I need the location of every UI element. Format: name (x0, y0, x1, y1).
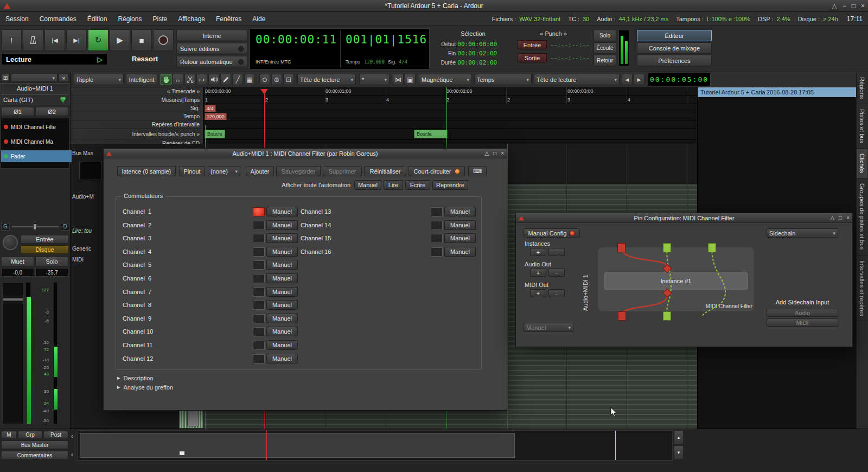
gain-fader[interactable] (2, 282, 24, 424)
channel-4-toggle[interactable] (253, 247, 265, 257)
solo-button[interactable]: Solo (593, 30, 616, 41)
session-summary[interactable] (77, 430, 673, 461)
latency-button[interactable]: latence (0 sample) (117, 166, 176, 176)
processor-fader[interactable]: Fader (1, 150, 72, 162)
pin-dialog-titlebar[interactable]: Pin Configuration: MIDI Channel Filter △… (516, 213, 852, 223)
disk-button[interactable]: Disque (21, 245, 69, 254)
next-marker-button[interactable]: ▶ (634, 74, 644, 85)
mixer-window-button[interactable]: Console de mixage (637, 42, 712, 54)
mode-dropdown[interactable]: Manuel▾ (524, 323, 573, 332)
input-pin-audio-1[interactable] (663, 243, 671, 252)
channel-12-auto-button[interactable]: Manuel (266, 354, 298, 363)
processor-midi-map[interactable]: MIDI Channel Ma (1, 136, 72, 148)
channel-5-toggle[interactable] (253, 260, 265, 270)
punch-in-clock[interactable]: --:--:--:-- (550, 41, 590, 48)
preset-delete-button[interactable]: Supprimer (323, 166, 362, 176)
timecode-clock[interactable]: 00:00:00:11 (256, 33, 337, 46)
strip2-name-fragment[interactable]: Bus Mas (72, 150, 93, 156)
channel-13-auto-button[interactable]: Manuel (444, 207, 476, 216)
channel-16-auto-button[interactable]: Manuel (444, 247, 476, 257)
snapshot-row[interactable]: Tutoriel Ardour 5 + Carla 2016-08-20 17:… (698, 87, 856, 97)
tempo-marker[interactable]: 120,000 (205, 113, 227, 120)
processor-midi-filter[interactable]: MIDI Channel Filte (1, 121, 72, 133)
audio-out-plus-button[interactable]: + (530, 269, 546, 277)
bars-ruler[interactable]: 1 2 3 4 2 2 3 4 (203, 96, 697, 104)
strip2-route-fragment[interactable]: Audio+M (72, 194, 94, 200)
metering-point-button[interactable]: M (1, 431, 17, 439)
menu-edition[interactable]: Édition (87, 15, 107, 23)
channel-10-auto-button[interactable]: Manuel (266, 327, 298, 336)
play-button[interactable]: ▶ (110, 29, 130, 51)
sig-value[interactable]: 4/4 (399, 59, 407, 65)
sidechain-audio-button[interactable]: Audio (767, 309, 838, 317)
channel-12-toggle[interactable] (253, 354, 265, 363)
reset-button[interactable]: Réinitialiser (364, 166, 406, 176)
grid-unit-dropdown[interactable]: Temps▾ (474, 74, 532, 85)
strip-close-button[interactable]: × (59, 74, 69, 82)
timeline-rulers[interactable]: 00:00:00:00 00:00:01:00 00:00:02:00 00:0… (203, 87, 697, 144)
collapse-summary-bottom[interactable]: ‹ (71, 451, 73, 458)
punch-out-button[interactable]: Sortie (518, 53, 547, 62)
midi-out-plus-button[interactable]: + (530, 289, 546, 297)
channel-7-auto-button[interactable]: Manuel (266, 287, 298, 297)
range-ruler[interactable] (203, 120, 697, 129)
ruler-label-loop-punch[interactable]: Intervalles boucle/« punch » (71, 129, 203, 140)
channel-2-auto-button[interactable]: Manuel (266, 220, 298, 230)
solo-strip-button[interactable]: Solo (35, 257, 68, 266)
instances-minus-button[interactable]: - (548, 248, 565, 256)
meter-ruler[interactable]: 4/4 (203, 104, 697, 112)
auto-return-button[interactable]: Retour automatique (176, 56, 247, 67)
automation-touch-button[interactable]: Reprendre (432, 180, 468, 190)
marker-nav-dropdown[interactable]: Tête de lecture▾ (534, 74, 620, 85)
goto-start-button[interactable]: |◀ (44, 29, 65, 51)
follow-edits-button[interactable]: Suivre éditions (176, 43, 247, 54)
layer-mode-button[interactable]: ▣ (405, 74, 416, 85)
input-pin-midi[interactable] (617, 243, 626, 252)
channel-8-auto-button[interactable]: Manuel (266, 300, 298, 310)
strip2-midi-fragment[interactable]: MIDI (72, 257, 84, 263)
selection-duration-clock[interactable]: 00:00:02:00 (457, 59, 497, 66)
sidechain-midi-button[interactable]: MIDI (767, 318, 838, 327)
zoom-out-button[interactable]: ⊖ (259, 74, 270, 85)
keyboard-focus-button[interactable]: ⌨ (468, 166, 487, 176)
peak-display[interactable]: -25,7 (35, 268, 68, 277)
record-button[interactable] (153, 29, 174, 51)
input-pin-audio-2[interactable] (708, 243, 716, 252)
range-tool-button[interactable]: ↔ (173, 74, 183, 85)
selection-end-clock[interactable]: 00:00:02:00 (457, 50, 497, 57)
menu-fenetres[interactable]: Fenêtres (216, 15, 241, 23)
goto-end-button[interactable]: ▶| (66, 29, 87, 51)
processor-led[interactable] (4, 139, 8, 144)
plugin-analysis-expander[interactable]: ▸ Analyse du greffon (117, 384, 173, 391)
audition-tool-button[interactable] (208, 74, 219, 85)
channel-14-toggle[interactable] (431, 221, 443, 230)
processor-led[interactable] (4, 154, 8, 158)
zoom-focus-dropdown[interactable]: Tête de lecture▾ (297, 74, 356, 85)
strip-grid-button[interactable]: ⊞ (1, 74, 10, 82)
strip-track-name[interactable]: Audio+MIDI 1 (1, 83, 69, 93)
close-button[interactable]: × (861, 2, 865, 10)
menu-regions[interactable]: Régions (118, 15, 142, 23)
mute-button[interactable]: Muet (1, 257, 34, 266)
preferences-window-button[interactable]: Préférences (637, 55, 712, 66)
channel-4-auto-button[interactable]: Manuel (266, 247, 298, 257)
grid-preset-dropdown[interactable]: *▾ (359, 74, 390, 85)
maximize-button[interactable]: □ (839, 215, 842, 221)
loop-end-marker[interactable]: Boucle (414, 130, 448, 138)
automation-play-button[interactable]: Lire (384, 180, 403, 190)
channel-9-toggle[interactable] (253, 314, 265, 323)
minimize-button[interactable]: − (843, 2, 846, 10)
comments-button[interactable]: Commentaires (1, 451, 68, 460)
meter-marker[interactable]: 4/4 (205, 105, 216, 112)
midi-panic-button[interactable]: ! (1, 29, 22, 51)
bypass-button[interactable]: Court-circuiter (409, 166, 465, 176)
channel-15-auto-button[interactable]: Manuel (444, 233, 476, 243)
midi-out-minus-button[interactable]: - (548, 289, 565, 297)
loop-button[interactable]: ↻ (88, 29, 108, 51)
tab-ranges-marks[interactable]: Intervalles et repères (857, 256, 867, 322)
channel-14-auto-button[interactable]: Manuel (444, 220, 476, 230)
midi-channel-2-button[interactable]: Ø2 (35, 107, 68, 116)
channel-7-toggle[interactable] (253, 288, 265, 297)
output-pin-audio[interactable] (663, 311, 671, 321)
zoom-fit-button[interactable]: ⊡ (283, 74, 294, 85)
